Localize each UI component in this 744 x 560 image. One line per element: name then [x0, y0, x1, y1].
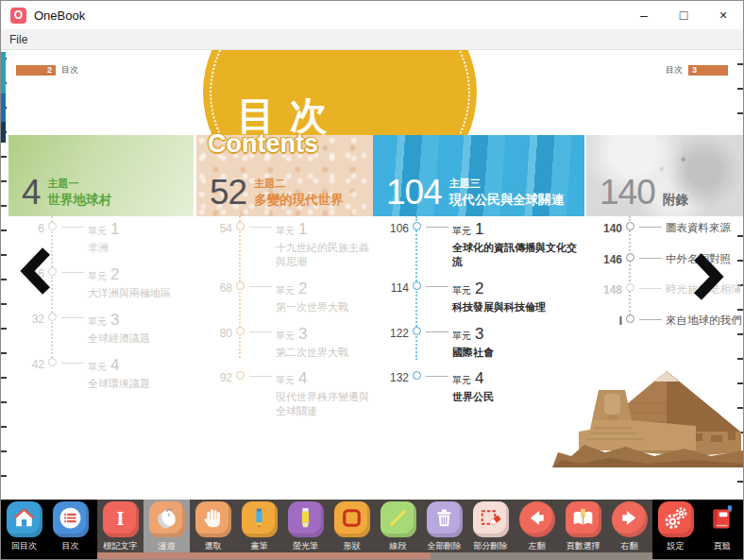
toc-entry-dot	[626, 253, 634, 262]
toc-entry-connector	[426, 331, 448, 332]
toc-entry[interactable]: 92 單元4 現代世界秩序變遷與全球關連	[196, 369, 377, 418]
toolbar-button-label: 形狀	[344, 540, 361, 552]
toc-entry-page: 92	[196, 369, 232, 384]
toolbar-button-label: 漫遊	[159, 540, 176, 552]
section-theme: 主題二	[254, 177, 344, 191]
toc-entry-dot	[236, 281, 245, 290]
page-edge-color-strip	[1, 122, 6, 143]
toc-entry-page: 6	[8, 220, 44, 235]
toc-entry-connector	[426, 227, 448, 228]
toc-entry[interactable]: 140 圖表資料來源	[586, 220, 743, 236]
toolbar-button-roam[interactable]: 漫遊	[144, 500, 190, 552]
toc-entry-title: 現代世界秩序變遷與全球關連	[276, 390, 377, 418]
toolbar-button-select[interactable]: 選取	[190, 500, 236, 552]
highlighter-icon	[292, 504, 319, 535]
page-edge-tick	[1, 156, 7, 158]
toc-entry-connector	[639, 227, 662, 228]
settings-icon	[662, 504, 689, 535]
section-title: 附錄	[663, 192, 688, 209]
toc-entry[interactable]: 114 單元2 科技發展與科技倫理	[373, 280, 584, 314]
toc-entry-connector	[249, 331, 272, 332]
toc-entry-connector	[249, 376, 272, 377]
toc-entry-title: 科技發展與科技倫理	[452, 300, 584, 314]
toolbar-button-line[interactable]: 線段	[375, 500, 421, 552]
roam-icon	[153, 504, 180, 535]
book-page: 2 目次 目次 3 目次 Contents 4 主題一 世界地球村 6	[1, 50, 743, 500]
toc-entry[interactable]: 106 單元1 全球化的資訊傳播與文化交流	[373, 220, 584, 269]
toc-entry-page: 148	[586, 281, 622, 297]
toc-section-header[interactable]: 104 主題三 現代公民與全球關連	[373, 135, 584, 216]
toolbar-button-page-left[interactable]: 左翻	[514, 500, 560, 552]
toolbar-button-label: 部分刪除	[474, 540, 508, 552]
toolbar-button-label: 螢光筆	[293, 540, 318, 552]
page-edge-tick	[1, 475, 7, 477]
toc-entry-page: 122	[373, 325, 409, 340]
toc-entry[interactable]: I 來自地球的我們	[586, 313, 743, 329]
toolbar-button-label: 標記文字	[104, 540, 138, 552]
prev-page-arrow[interactable]	[20, 246, 52, 299]
minimize-button[interactable]: –	[624, 1, 664, 29]
window-title: OneBook	[34, 8, 85, 23]
toolbar-button-page-select[interactable]: 頁數選擇	[560, 500, 606, 552]
toc-entry-title: 國際社會	[452, 346, 584, 360]
next-page-arrow[interactable]	[692, 252, 724, 305]
toc-icon	[57, 504, 84, 535]
toc-entry-title: 十九世紀的民族主義與思潮	[276, 241, 377, 269]
toc-entry-title: 非洲	[88, 241, 194, 255]
toolbar-button-label: 選取	[205, 540, 222, 552]
toc-entry-page: 114	[373, 280, 409, 295]
toc-unit-label: 單元4	[276, 369, 377, 388]
toolbar-button-label: 右翻	[621, 540, 638, 552]
page-edge-tick	[737, 481, 743, 483]
toc-unit-label: 單元2	[452, 280, 584, 298]
toolbar-button-mark-text[interactable]: I 標記文字	[97, 500, 144, 552]
sphinx-pyramid-image	[552, 365, 743, 471]
toc-entry-dot	[48, 222, 57, 230]
toolbar-button-delete-all[interactable]: 全部刪除	[421, 500, 467, 552]
section-title: 多變的現代世界	[254, 192, 344, 209]
home-icon	[10, 504, 38, 535]
toc-entry-connector	[426, 376, 448, 377]
toolbar-button-label: 左翻	[529, 540, 546, 552]
toc-entry-dot	[48, 358, 57, 366]
toolbar-button-page-right[interactable]: 右翻	[606, 500, 652, 552]
toolbar-button-settings[interactable]: 設定	[652, 500, 699, 560]
toc-entry[interactable]: 32 單元3 全球經濟議題	[8, 311, 194, 346]
toolbar-button-shape[interactable]: 形狀	[329, 500, 375, 552]
page-edge-tick	[1, 279, 7, 280]
close-button[interactable]: ×	[703, 1, 743, 29]
toc-entry[interactable]: 54 單元1 十九世紀的民族主義與思潮	[196, 220, 377, 269]
toolbar-button-tabs[interactable]: 頁籤	[699, 500, 744, 560]
toolbar-button-delete-part[interactable]: 部分刪除	[467, 500, 514, 552]
toc-entry-dot	[236, 371, 245, 380]
page-left-icon	[523, 504, 550, 535]
toc-section-header[interactable]: 4 主題一 世界地球村	[8, 135, 194, 216]
delete-part-icon	[477, 504, 504, 535]
toolbar-accent-strip	[1, 552, 743, 560]
toc-section-header[interactable]: 140 附錄	[586, 135, 743, 216]
toolbar-button-pen[interactable]: 畫筆	[236, 500, 282, 552]
toc-entry-page: 80	[196, 325, 232, 340]
toolbar-button-home[interactable]: 回目次	[1, 500, 47, 560]
toc-entry[interactable]: 122 單元3 國際社會	[373, 325, 584, 360]
toc-entry[interactable]: 80 單元3 第二次世界大戰	[196, 325, 377, 360]
maximize-button[interactable]: □	[664, 1, 703, 29]
page-edge-color-strip	[1, 93, 6, 122]
toolbar-button-toc[interactable]: 目次	[47, 500, 93, 560]
toc-entry-connector	[426, 286, 448, 287]
toc-entry[interactable]: 68 單元2 第一次世界大戰	[196, 280, 377, 314]
section-page-number: 52	[210, 177, 246, 209]
toc-entry-title: 大洋洲與兩極地區	[88, 286, 194, 300]
page-right-icon	[616, 504, 643, 535]
menu-file[interactable]: File	[1, 33, 36, 46]
toc-entry-dot	[236, 222, 245, 230]
toc-entry[interactable]: 42 單元4 全球環境議題	[8, 356, 194, 391]
svg-text:I: I	[116, 507, 124, 530]
toc-entry-page: 68	[196, 280, 232, 295]
page-edge-tick	[1, 352, 7, 354]
toc-entry-connector	[639, 258, 662, 259]
toolbar-button-highlighter[interactable]: 螢光筆	[282, 500, 329, 552]
toc-unit-label: 單元3	[276, 325, 377, 344]
toc-entry-dot	[626, 222, 634, 230]
toc-entry-connector	[639, 319, 662, 320]
